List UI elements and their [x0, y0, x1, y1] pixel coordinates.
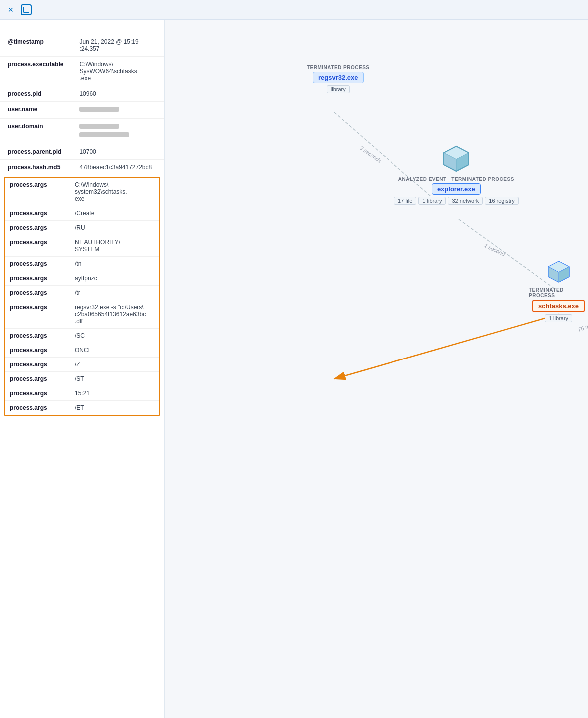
node-type-schtasks: TERMINATED PROCESS [529, 287, 588, 298]
row-key: process.args [5, 257, 70, 271]
row-value: /Create [70, 206, 159, 221]
tag-file-explorer: 17 file [394, 197, 416, 205]
events-header [0, 28, 164, 34]
tag-library-explorer: 1 library [418, 197, 446, 205]
row-value: Jun 21, 2022 @ 15:19 :24.357 [71, 34, 164, 57]
tag-registry-explorer: 16 registry [485, 197, 518, 205]
row-value: /ET [70, 401, 159, 415]
table-row: process.args/Create [5, 206, 159, 221]
node-tags-regsvr32: library [327, 85, 350, 93]
table-row: process.executableC:\Windows\ SysWOW64\s… [0, 57, 164, 86]
row-value: ONCE [70, 343, 159, 358]
highlighted-table: process.argsC:\Windows\ system32\schtask… [5, 178, 159, 415]
analyzer-icon-inner [23, 7, 29, 13]
table-row: process.parent.pid10700 [0, 144, 164, 160]
row-value: 15:21 [70, 386, 159, 401]
row-value: C:\Windows\ SysWOW64\schtasks .exe [71, 57, 164, 86]
table-row: @timestampJun 21, 2022 @ 15:19 :24.357 [0, 34, 164, 57]
row-key: process.args [5, 221, 70, 235]
row-key: process.args [5, 286, 70, 300]
table-row: process.hash.md5478beaec1c3a9417272bc8 [0, 160, 164, 175]
blurred-value [79, 107, 119, 112]
table-row: process.args/Z [5, 358, 159, 372]
node-tags-explorer: 17 file 1 library 32 network 16 registry [394, 197, 519, 205]
row-value: 10960 [71, 86, 164, 102]
row-key: process.args [5, 386, 70, 401]
table-row: process.args/SC [5, 329, 159, 343]
node-name-explorer[interactable]: explorer.exe [432, 183, 481, 195]
node-name-schtasks[interactable]: schtasks.exe [532, 300, 585, 312]
row-key: user.domain [0, 119, 71, 144]
table-row: process.args/tr [5, 286, 159, 300]
top-bar: ✕ [0, 0, 588, 20]
tag-library-schtasks: 1 library [545, 314, 572, 322]
row-key: process.args [5, 329, 70, 343]
blurred-value [79, 124, 119, 129]
table-row: process.args/ET [5, 401, 159, 415]
table-row: process.argsONCE [5, 343, 159, 358]
analyzer-icon [21, 4, 32, 15]
row-key: @timestamp [0, 34, 71, 57]
table-row: process.args/tn [5, 257, 159, 271]
table-row: process.pid10960 [0, 86, 164, 102]
right-panel: 3 seconds 1 second 76 milliseconds TERMI… [165, 20, 588, 718]
row-value: /Z [70, 358, 159, 372]
row-value: /ST [70, 372, 159, 386]
row-key: process.hash.md5 [0, 160, 71, 175]
row-value: /tn [70, 257, 159, 271]
data-table: @timestampJun 21, 2022 @ 15:19 :24.357pr… [0, 34, 164, 175]
row-value [71, 119, 164, 144]
row-key: process.args [5, 235, 70, 257]
node-explorer: ANALYZED EVENT · TERMINATED PROCESS expl… [394, 144, 519, 205]
row-key: process.args [5, 358, 70, 372]
highlighted-section: process.argsC:\Windows\ system32\schtask… [4, 177, 160, 416]
row-key: process.args [5, 401, 70, 415]
close-icon: ✕ [8, 6, 14, 14]
row-key: process.parent.pid [0, 144, 71, 160]
table-row: process.argsNT AUTHORITY\ SYSTEM [5, 235, 159, 257]
node-type-regsvr32: TERMINATED PROCESS [307, 65, 370, 70]
table-row: user.name [0, 102, 164, 119]
row-value: 10700 [71, 144, 164, 160]
left-panel: @timestampJun 21, 2022 @ 15:19 :24.357pr… [0, 20, 165, 718]
row-key: user.name [0, 102, 71, 119]
node-regsvr32: TERMINATED PROCESS regsvr32.exe library [307, 65, 370, 93]
row-value: /SC [70, 329, 159, 343]
node-type-explorer: ANALYZED EVENT · TERMINATED PROCESS [398, 177, 514, 182]
blurred-value [79, 132, 129, 137]
tag-library-regsvr32: library [327, 85, 350, 93]
cube-icon-explorer [441, 144, 471, 174]
row-key: process.args [5, 300, 70, 329]
row-key: process.args [5, 206, 70, 221]
row-key: process.args [5, 178, 70, 206]
row-key: process.args [5, 271, 70, 286]
cube-icon-schtasks [546, 259, 571, 284]
row-value: 478beaec1c3a9417272bc8 [71, 160, 164, 175]
main-layout: @timestampJun 21, 2022 @ 15:19 :24.357pr… [0, 20, 588, 718]
node-tags-schtasks: 1 library [545, 314, 572, 322]
table-row: process.argsC:\Windows\ system32\schtask… [5, 178, 159, 206]
row-key: process.args [5, 343, 70, 358]
table-row: process.argsayttpnzc [5, 271, 159, 286]
close-analyzer-button[interactable]: ✕ [8, 6, 17, 14]
table-row: process.args/ST [5, 372, 159, 386]
node-name-regsvr32[interactable]: regsvr32.exe [313, 72, 364, 83]
svg-line-2 [334, 314, 559, 379]
row-key: process.pid [0, 86, 71, 102]
row-key: process.args [5, 372, 70, 386]
graph-area: 3 seconds 1 second 76 milliseconds TERMI… [165, 20, 588, 718]
graph-svg: 3 seconds 1 second 76 milliseconds [165, 20, 588, 718]
table-row: process.argsregsvr32.exe -s "c:\Users\ c… [5, 300, 159, 329]
row-value: NT AUTHORITY\ SYSTEM [70, 235, 159, 257]
row-value: C:\Windows\ system32\schtasks. exe [70, 178, 159, 206]
svg-text:3 seconds: 3 seconds [359, 145, 383, 164]
row-value [71, 102, 164, 119]
row-key: process.executable [0, 57, 71, 86]
node-schtasks: TERMINATED PROCESS schtasks.exe 1 librar… [529, 259, 588, 322]
table-row: process.args15:21 [5, 386, 159, 401]
row-value: /RU [70, 221, 159, 235]
table-row: process.args/RU [5, 221, 159, 235]
table-row: user.domain [0, 119, 164, 144]
row-value: /tr [70, 286, 159, 300]
svg-text:1 second: 1 second [483, 242, 506, 257]
